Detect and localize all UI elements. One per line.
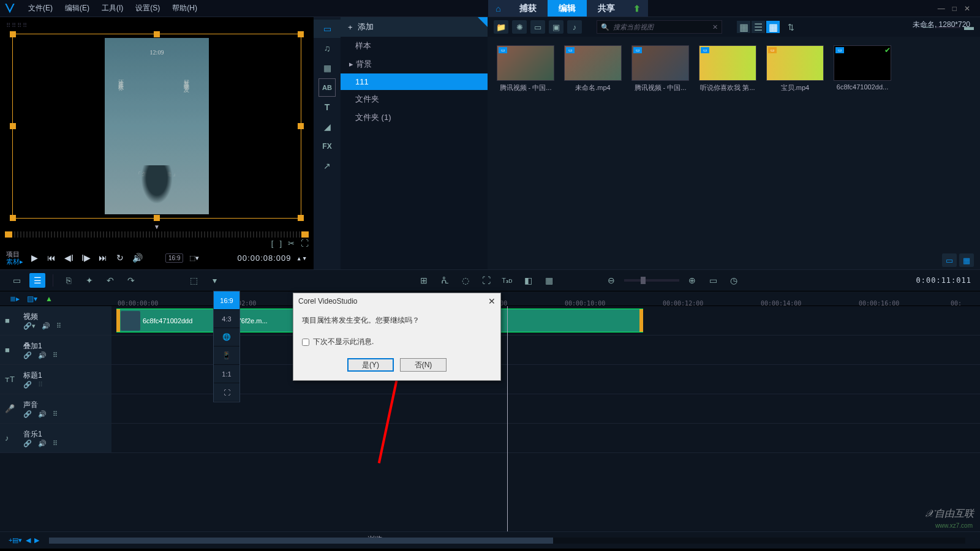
zoom-slider[interactable] <box>624 279 679 282</box>
crop-icon[interactable]: ⬚▾ <box>188 252 200 264</box>
storyboard-view-button[interactable]: ▭ <box>9 273 24 288</box>
no-button[interactable]: 否(N) <box>400 358 447 372</box>
aspect-1-1[interactable]: 1:1 <box>214 365 239 383</box>
import-button[interactable]: 📁 <box>494 20 508 34</box>
timeline-view-button[interactable]: ☰ <box>29 273 45 288</box>
aspect-globe[interactable]: 🌐 <box>214 328 239 347</box>
volume-button[interactable]: 🔊 <box>131 252 143 264</box>
fit-timeline-button[interactable]: ▭ <box>705 273 721 288</box>
track-lock-icon[interactable]: ⠿ <box>56 322 61 330</box>
media-item[interactable]: ▭ 听说你喜欢我 第... <box>698 45 757 92</box>
track-link-icon[interactable]: 🔗▾ <box>23 322 36 330</box>
tl-copy-button[interactable]: ⎘ <box>61 273 77 288</box>
tl-3d-title-button[interactable]: T₃ᴅ <box>499 273 515 288</box>
track-mute-icon[interactable]: 🔊 <box>42 322 50 330</box>
loop-button[interactable]: ↻ <box>114 252 126 264</box>
folder-background[interactable]: ▸ 背景 <box>341 55 488 73</box>
tab-share[interactable]: 共享 <box>587 0 626 17</box>
playhead[interactable] <box>507 306 508 531</box>
folder-samples[interactable]: 样本 <box>341 37 488 55</box>
tl-record-button[interactable]: ⬚ <box>186 273 202 288</box>
view-list-button[interactable]: ☰ <box>752 21 765 33</box>
expand-icon[interactable]: ⛶ <box>301 239 309 249</box>
scroll-right-button[interactable]: ▶ <box>34 536 39 544</box>
pin-icon[interactable] <box>478 17 488 27</box>
tl-track-motion-button[interactable]: ◌ <box>458 273 473 288</box>
tl-speed-button[interactable]: ᕅ <box>437 273 453 288</box>
go-start-button[interactable]: ⏮ <box>45 252 58 264</box>
media-item[interactable]: ▭ 腾讯视频 - 中国... <box>631 45 690 92</box>
lib-fx-button[interactable]: FX <box>314 137 341 156</box>
menu-tools[interactable]: 工具(I) <box>96 3 129 13</box>
media-item[interactable]: ▭ 腾讯视频 - 中国... <box>496 45 555 92</box>
menu-file[interactable]: 文件(E) <box>22 3 59 13</box>
aspect-4-3[interactable]: 4:3 <box>214 310 239 328</box>
clear-search-icon[interactable]: ✕ <box>712 23 718 31</box>
mode-project[interactable]: 项目 <box>6 250 23 258</box>
tl-up-button[interactable]: ▲ <box>43 293 55 304</box>
folder-custom1[interactable]: 文件夹 <box>341 90 488 108</box>
capture-button[interactable]: ✺ <box>512 20 527 34</box>
scroll-left-button[interactable]: ◀ <box>26 536 31 544</box>
add-folder-button[interactable]: + 添加 <box>341 17 488 37</box>
folder-111[interactable]: 111 <box>341 73 488 90</box>
sort-button[interactable]: ⇅ <box>783 20 798 34</box>
menu-settings[interactable]: 设置(S) <box>129 3 166 13</box>
h-scrollbar[interactable] <box>49 538 965 544</box>
tab-capture[interactable]: 捕获 <box>508 0 548 17</box>
lib-panel-btn-1[interactable]: ▭ <box>942 253 957 267</box>
redo-button[interactable]: ↷ <box>123 273 139 288</box>
zoom-out-button[interactable]: ⊖ <box>603 273 619 288</box>
minimize-button[interactable]: — <box>938 4 945 13</box>
lib-graphic-button[interactable]: ◢ <box>314 118 341 136</box>
scrub-bar[interactable] <box>5 231 309 238</box>
lib-path-button[interactable]: ↗ <box>314 157 341 175</box>
lib-audio-button[interactable]: ♫ <box>314 39 341 58</box>
lib-text-button[interactable]: T <box>314 98 341 116</box>
selection-box[interactable] <box>12 34 301 219</box>
tl-collapse-button[interactable]: ≣▸ <box>9 293 21 304</box>
view-large-button[interactable]: ▦ <box>737 21 750 33</box>
preview-canvas[interactable]: 12:09 还 是 喜 欢 你 好 是 万 物 不 及 「 怎么都赶不走 」 <box>4 31 310 221</box>
panel-handle[interactable]: ⠿⠿⠿⠿ <box>4 22 310 29</box>
track-overlay-content[interactable] <box>111 335 980 364</box>
track-title-content[interactable] <box>111 365 980 394</box>
tl-expand-button[interactable]: ▤▾ <box>26 293 38 304</box>
menu-edit[interactable]: 编辑(E) <box>59 3 96 13</box>
track-music-content[interactable] <box>111 424 980 452</box>
media-item[interactable]: ▭ 宝贝.mp4 <box>766 45 824 92</box>
tl-pan-zoom-button[interactable]: ⛶ <box>478 273 494 288</box>
lib-panel-btn-2[interactable]: ▦ <box>959 253 974 267</box>
scrub-in[interactable] <box>5 231 12 238</box>
lib-title-button[interactable]: AB <box>318 78 336 97</box>
play-button[interactable]: ▶ <box>28 252 40 264</box>
checkbox-input[interactable] <box>302 339 309 346</box>
dialog-close-button[interactable]: ✕ <box>488 296 496 306</box>
tl-tools-button[interactable]: ✦ <box>81 273 97 288</box>
mode-material[interactable]: 素材▸ <box>6 258 23 265</box>
tl-mask-button[interactable]: ◧ <box>520 273 536 288</box>
filter-video-button[interactable]: ▭ <box>530 20 545 34</box>
step-back-button[interactable]: ◀Ⅰ <box>62 252 75 264</box>
aspect-custom[interactable]: ⛶ <box>214 383 239 402</box>
track-video-content[interactable]: 6c8fc471002ddd 56338276f2e.m... <box>111 306 980 335</box>
dont-show-checkbox[interactable]: 下次不显示此消息. <box>302 337 492 347</box>
filter-photo-button[interactable]: ▣ <box>549 20 564 34</box>
maximize-button[interactable]: □ <box>952 4 957 13</box>
tl-grid-button[interactable]: ⊞ <box>416 273 432 288</box>
aspect-phone[interactable]: 📱 <box>214 347 239 365</box>
scrub-out[interactable] <box>301 231 309 238</box>
search-input[interactable]: 🔍 搜索当前视图 ✕ <box>597 20 722 34</box>
tl-marker-button[interactable]: ▾ <box>206 273 222 288</box>
tab-upload[interactable]: ⬆ <box>626 0 648 17</box>
media-item[interactable]: ▭✔ 6c8fc471002dd... <box>833 45 892 92</box>
mark-in-icon[interactable]: [ <box>271 239 274 249</box>
lib-transition-button[interactable]: ▦ <box>314 59 341 77</box>
tab-edit[interactable]: 编辑 <box>548 0 587 17</box>
media-item[interactable]: ▭ 未命名.mp4 <box>564 45 622 92</box>
lib-media-button[interactable]: ▭ <box>314 20 341 38</box>
add-track-button[interactable]: +▤▾ <box>9 536 22 544</box>
view-grid-button[interactable]: ▦ <box>766 21 780 33</box>
aspect-16-9[interactable]: 16:9 <box>214 291 239 310</box>
filter-audio-button[interactable]: ♪ <box>567 20 582 34</box>
